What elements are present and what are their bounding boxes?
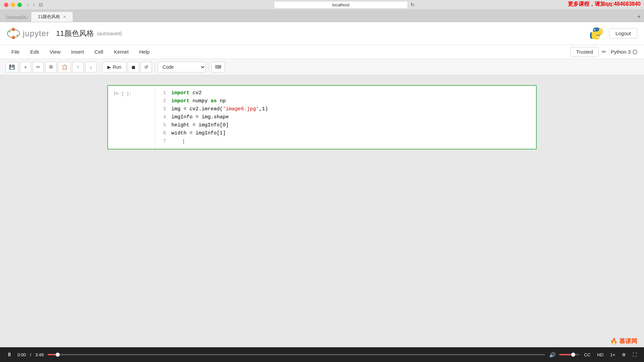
paste-button[interactable]: 📋 <box>58 62 71 72</box>
line-number: 2 <box>159 97 166 105</box>
code-line-6: 6 width = imgInfo[1] <box>159 129 532 137</box>
cc-button[interactable]: CC <box>583 352 592 358</box>
python3-label: Python 3 <box>611 49 637 55</box>
back-button[interactable]: ‹ <box>26 1 31 8</box>
code-editor[interactable]: 1 import cv2 2 import numpy as np 3 img … <box>155 86 536 149</box>
move-up-button[interactable]: ↑ <box>72 62 84 72</box>
move-down-button[interactable]: ↓ <box>85 62 97 72</box>
time-separator: / <box>30 352 31 357</box>
jupyter-logo-icon <box>7 27 20 40</box>
line-number: 5 <box>159 121 166 129</box>
svg-point-5 <box>594 29 595 31</box>
vc-right-controls: 🔊 CC HD 1× ⚙ ⛶ <box>549 352 639 358</box>
cell-label: In [ ]: <box>108 86 155 149</box>
cell-type-dropdown[interactable]: Code Markdown Raw NBConvert <box>158 62 206 72</box>
tab-label: 11颜色风格 <box>38 14 60 20</box>
trusted-button[interactable]: Trusted <box>570 47 598 57</box>
url-bar[interactable]: localhost <box>274 1 408 9</box>
toolbar-separator-3 <box>208 63 209 71</box>
code-line-2: 2 import numpy as np <box>159 97 532 105</box>
line-number: 3 <box>159 105 166 113</box>
code-line-5: 5 height = imgInfo[0] <box>159 121 532 129</box>
toolbar: 💾 + ✂ ⧉ 📋 ↑ ↓ ▶ Run ◼ ↺ Code Markdown Ra… <box>0 59 644 75</box>
menu-edit[interactable]: Edit <box>25 47 44 57</box>
jupyter-logo-text: jupyter <box>23 29 49 38</box>
watermark: 🔥 慕课网 <box>610 337 637 345</box>
stop-button[interactable]: ◼ <box>128 62 139 72</box>
progress-bar[interactable] <box>48 354 545 355</box>
run-label: Run <box>113 64 121 70</box>
breadcrumb[interactable]: Desktop/DL/ <box>3 15 31 22</box>
tab-close-icon[interactable]: ✕ <box>63 15 66 19</box>
logout-button[interactable]: Logout <box>609 28 637 39</box>
add-cell-button[interactable]: + <box>20 62 31 72</box>
volume-thumb[interactable] <box>571 353 575 357</box>
window-controls <box>4 3 22 7</box>
menu-view[interactable]: View <box>45 47 65 57</box>
menu-insert[interactable]: Insert <box>66 47 89 57</box>
run-icon: ▶ <box>107 64 111 70</box>
save-button[interactable]: 💾 <box>5 62 18 72</box>
total-time: 3:49 <box>35 352 44 357</box>
menu-help[interactable]: Help <box>135 47 154 57</box>
volume-icon: 🔊 <box>549 352 556 358</box>
text-cursor <box>183 139 184 144</box>
svg-point-3 <box>8 31 10 33</box>
line-number: 6 <box>159 129 166 137</box>
play-pause-button[interactable]: ⏸ <box>5 350 13 359</box>
svg-point-6 <box>597 37 599 38</box>
menu-cell[interactable]: Cell <box>90 47 108 57</box>
code-line-4: 4 imgInfo = img.shape <box>159 113 532 121</box>
tab-bar: Desktop/DL/ 11颜色风格 ✕ + <box>0 9 644 22</box>
run-button[interactable]: ▶ Run <box>102 62 126 72</box>
autosaved-label: (autosaved) <box>97 31 122 36</box>
keyboard-shortcuts-button[interactable]: ⌨ <box>211 62 225 72</box>
edit-icon-button[interactable]: ✏ <box>600 47 608 57</box>
header-right: Logout <box>589 26 637 41</box>
jupyter-header: jupyter 11颜色风格 (autosaved) Logout <box>0 22 644 45</box>
current-time: 0:00 <box>17 352 26 357</box>
video-controls: ⏸ 0:00 / 3:49 🔊 CC HD 1× ⚙ ⛶ <box>0 347 644 362</box>
nav-arrows: ‹ › <box>26 1 36 8</box>
url-bar-container: localhost ↻ <box>48 1 640 9</box>
line-number: 1 <box>159 89 166 97</box>
fullscreen-button[interactable]: ⛶ <box>631 352 639 358</box>
notebook-content: In [ ]: 1 import cv2 2 import numpy as n… <box>0 75 644 362</box>
new-tab-button[interactable]: + <box>637 13 641 22</box>
progress-thumb[interactable] <box>56 353 60 357</box>
menu-kernel[interactable]: Kernel <box>109 47 133 57</box>
refresh-button[interactable]: ↻ <box>411 1 415 9</box>
sidebar-toggle-button[interactable]: ⊡ <box>39 2 43 7</box>
notebook-title[interactable]: 11颜色风格 <box>56 28 94 39</box>
jupyter-logo: jupyter <box>7 27 49 40</box>
code-cell[interactable]: In [ ]: 1 import cv2 2 import numpy as n… <box>107 85 537 149</box>
menu-bar: File Edit View Insert Cell Kernel Help T… <box>0 45 644 59</box>
code-line-3: 3 img = cv2.imread('image0.jpg',1) <box>159 105 532 113</box>
settings-button[interactable]: ⚙ <box>620 352 628 358</box>
minimize-button[interactable] <box>11 3 15 7</box>
menu-file[interactable]: File <box>7 47 24 57</box>
cut-button[interactable]: ✂ <box>33 62 44 72</box>
restart-button[interactable]: ↺ <box>141 62 152 72</box>
svg-point-4 <box>16 35 18 37</box>
forward-button[interactable]: › <box>32 1 37 8</box>
code-line-1: 1 import cv2 <box>159 89 532 97</box>
python-logo-icon <box>589 26 604 41</box>
kernel-status-circle <box>633 50 637 54</box>
speed-button[interactable]: 1× <box>608 352 617 358</box>
copy-button[interactable]: ⧉ <box>45 62 57 72</box>
promo-text: 更多课程，请加qq:484683840 <box>568 1 641 8</box>
hd-button[interactable]: HD <box>595 352 605 358</box>
title-bar: ‹ › ⊡ localhost ↻ 更多课程，请加qq:484683840 <box>0 0 644 9</box>
line-number: 4 <box>159 113 166 121</box>
toolbar-separator-2 <box>155 63 155 71</box>
close-button[interactable] <box>4 3 8 7</box>
notebook-tab[interactable]: 11颜色风格 ✕ <box>31 11 73 22</box>
code-line-7[interactable]: 7 <box>159 137 532 145</box>
line-number: 7 <box>159 137 166 145</box>
toolbar-separator-1 <box>99 63 100 71</box>
volume-bar[interactable] <box>559 354 579 355</box>
maximize-button[interactable] <box>17 3 22 7</box>
